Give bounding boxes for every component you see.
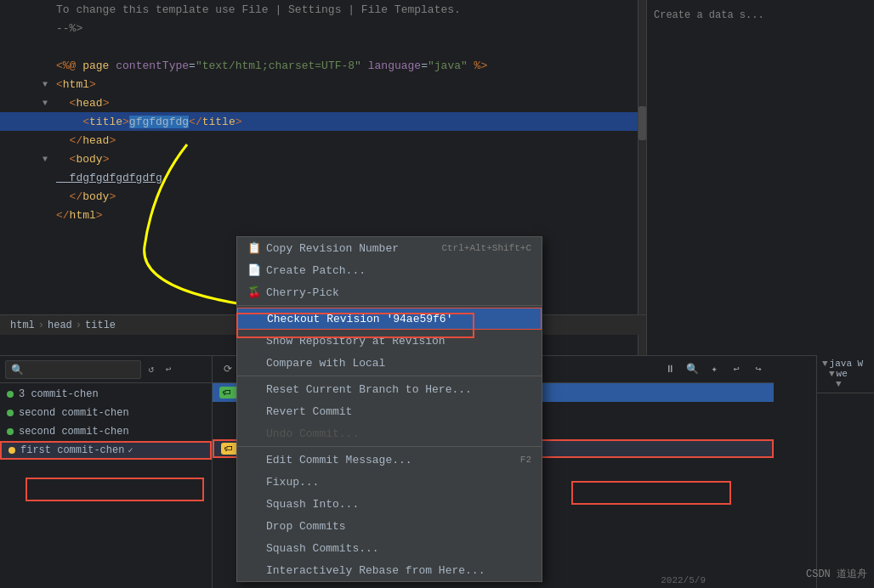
menu-item-checkout-revision[interactable]: Checkout Revision '94ae59f6' [237, 308, 542, 330]
code-line-9: ▼ <body> [0, 150, 646, 168]
squash2-icon [247, 541, 261, 555]
git-log-panel: ↺ ↩ 3 commit-chen second commit-chen sec… [0, 356, 213, 588]
refresh-icon[interactable]: ↺ [145, 363, 158, 376]
menu-item-create-patch[interactable]: 📄 Create Patch... [237, 259, 542, 281]
settings-btn[interactable]: ✦ [706, 361, 723, 378]
commit-dot-4 [9, 447, 15, 454]
commit-dot-1 [7, 391, 14, 398]
code-line-5: ▼ <html> [0, 75, 646, 93]
menu-separator-2 [237, 376, 542, 376]
code-line-4: <%@ page contentType="text/html;charset=… [0, 56, 646, 75]
menu-item-fixup[interactable]: Fixup... [237, 471, 542, 493]
breadcrumb-head: head [48, 319, 72, 331]
reset-icon [247, 382, 261, 396]
menu-item-copy-revision[interactable]: 📋 Copy Revision Number Ctrl+Alt+Shift+C [237, 237, 542, 259]
squash-icon [247, 497, 261, 511]
code-line-10: fdgfgdfgdfgdfg [0, 168, 646, 187]
undo-icon[interactable]: ↩ [162, 363, 175, 376]
undo2-btn[interactable]: ↩ [728, 361, 745, 378]
menu-item-show-repository[interactable]: Show Repository at Revision [237, 330, 542, 352]
file-tree-item-3[interactable]: ▼ [822, 379, 869, 389]
right-side-panel: Create a data s... [646, 0, 874, 355]
commit-label-3: second commit-chen [19, 426, 129, 438]
rebase-icon [247, 563, 261, 577]
menu-item-undo-commit: Undo Commit... [237, 422, 542, 444]
patch-icon: 📄 [247, 263, 261, 277]
code-line-8: </head> [0, 131, 646, 150]
commit-item-4[interactable]: first commit-chen ✓ [0, 441, 212, 460]
menu-item-squash-commits[interactable]: Squash Commits... [237, 537, 542, 559]
scrollbar-thumb[interactable] [638, 106, 646, 140]
compare-icon [247, 356, 261, 370]
menu-item-squash-into[interactable]: Squash Into... [237, 493, 542, 515]
cherry-icon: 🍒 [247, 286, 261, 299]
menu-separator-3 [237, 446, 542, 447]
checkout-icon [248, 312, 262, 325]
fixup-icon [247, 475, 261, 489]
menu-item-cherry-pick[interactable]: 🍒 Cherry-Pick [237, 281, 542, 303]
menu-item-edit-message[interactable]: Edit Commit Message... F2 [237, 449, 542, 471]
code-line-3 [0, 37, 646, 56]
code-line-2: --%> [0, 19, 646, 37]
code-line-1: To change this template use File | Setti… [0, 0, 646, 19]
menu-item-reset-branch[interactable]: Reset Current Branch to Here... [237, 378, 542, 400]
vertical-scrollbar[interactable] [638, 0, 646, 355]
search-btn[interactable]: 🔍 [684, 361, 701, 378]
commit-item-3[interactable]: second commit-chen [0, 422, 212, 441]
revert-icon [247, 404, 261, 418]
undo-icon [247, 427, 261, 440]
refresh-btn[interactable]: ⟳ [219, 361, 236, 378]
git-search-input[interactable] [5, 360, 141, 379]
copy-icon: 📋 [247, 241, 261, 255]
watermark: CSDN 道追舟 [806, 567, 867, 581]
file-tree-item-2[interactable]: ▼ we [822, 369, 869, 379]
create-datasource-text: Create a data s... [654, 9, 764, 21]
code-line-6: ▼ <head> [0, 93, 646, 112]
code-line-12: </html> [0, 206, 646, 224]
repo-icon [247, 334, 261, 348]
code-line-7: <title>gfgfdgfdg</title> [0, 112, 646, 131]
commit-label-1: 3 commit-chen [19, 388, 99, 400]
context-menu: 📋 Copy Revision Number Ctrl+Alt+Shift+C … [236, 236, 542, 582]
menu-item-interactive-rebase[interactable]: Interactively Rebase from Here... [237, 559, 542, 581]
pause-btn[interactable]: ⏸ [661, 361, 678, 378]
redo-btn[interactable]: ↪ [750, 361, 767, 378]
bottom-date: 2022/5/9 [661, 575, 706, 585]
commit-dot-2 [7, 410, 14, 416]
commit-label-2: second commit-chen [19, 407, 129, 419]
git-search-bar: ↺ ↩ [0, 356, 212, 383]
menu-item-revert-commit[interactable]: Revert Commit [237, 400, 542, 422]
breadcrumb-title: title [85, 319, 116, 331]
drop-icon [247, 519, 261, 533]
menu-separator-1 [237, 305, 542, 306]
menu-item-drop-commits[interactable]: Drop Commits [237, 515, 542, 537]
file-tree-panel: ▼ java W ▼ we ▼ [816, 355, 874, 588]
menu-item-compare-local[interactable]: Compare with Local [237, 352, 542, 374]
breadcrumb-html: html [10, 319, 35, 331]
commit-dot-3 [7, 428, 14, 435]
commit-label-4: first commit-chen [20, 444, 124, 456]
commit-item-2[interactable]: second commit-chen [0, 404, 212, 422]
edit-icon [247, 453, 261, 466]
commit-item-1[interactable]: 3 commit-chen [0, 385, 212, 404]
code-line-11: </body> [0, 187, 646, 206]
file-tree-item-1[interactable]: ▼ java W [822, 359, 869, 369]
commit-list: 3 commit-chen second commit-chen second … [0, 383, 212, 461]
